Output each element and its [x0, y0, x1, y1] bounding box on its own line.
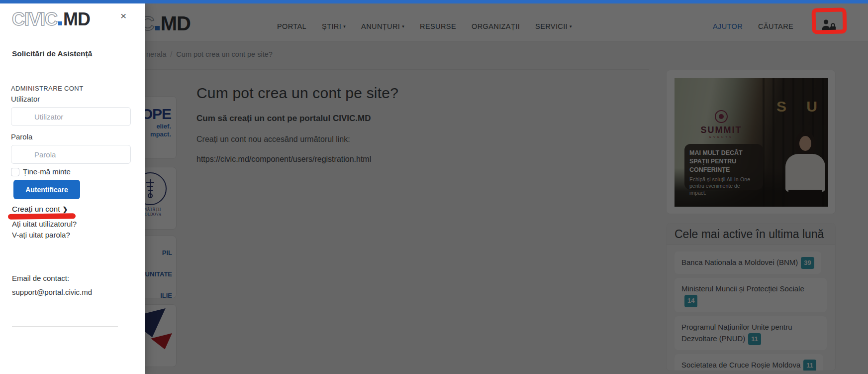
username-label: Utilizator — [11, 95, 40, 103]
sidebar-heading: Solicitări de Asistență — [12, 49, 92, 58]
logo-outline-text: CIVIC — [12, 9, 57, 29]
close-icon[interactable]: × — [120, 10, 126, 21]
password-field[interactable] — [11, 145, 131, 164]
contact-email-link[interactable]: support@portal.civic.md — [12, 288, 92, 296]
username-field[interactable] — [11, 107, 131, 126]
page-root: CIVICMD PORTAL ȘTIRI▾ ANUNȚURI▾ RESURSE … — [0, 0, 868, 374]
remember-me-checkbox[interactable] — [11, 168, 19, 176]
logo-solid-text: MD — [63, 9, 90, 29]
contact-label: Email de contact: — [12, 274, 69, 282]
remember-me-label: Ține-mă minte — [23, 167, 71, 176]
top-accent-bar — [0, 0, 868, 3]
sidebar-logo: CIVICMD — [12, 9, 90, 30]
annotation-underline — [8, 213, 76, 219]
forgot-username-link[interactable]: Ați uitat utilizatorul? — [12, 220, 77, 228]
password-label: Parola — [11, 132, 32, 141]
login-button[interactable]: Autentificare — [13, 180, 80, 199]
annotation-box — [811, 7, 847, 34]
chevron-right-icon: ❯ — [63, 206, 68, 213]
sidebar-divider — [12, 326, 118, 327]
logo-dot — [58, 21, 62, 25]
login-sidebar: CIVICMD × Solicitări de Asistență ADMINI… — [0, 3, 145, 374]
forgot-password-link[interactable]: V-ați uitat parola? — [12, 231, 70, 239]
create-account-link[interactable]: Creați un cont❯ — [12, 205, 68, 214]
section-label: ADMINISTRARE CONT — [11, 85, 83, 92]
